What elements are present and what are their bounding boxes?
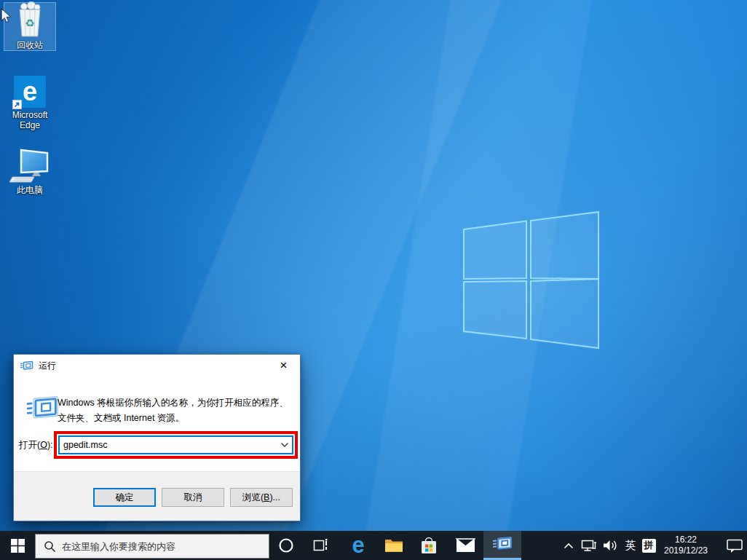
open-field-label: 打开(O): xyxy=(19,439,53,451)
description-line-1: Windows 将根据你所输入的名称，为你打开相应的程序、 xyxy=(58,395,294,411)
this-pc-icon xyxy=(4,148,55,183)
clock[interactable]: 16:22 2019/12/23 xyxy=(652,531,719,560)
speaker-icon xyxy=(602,539,618,552)
run-app-icon xyxy=(20,360,33,371)
desktop-icon-recycle-bin[interactable]: ♻ 回收站 xyxy=(4,3,55,50)
tray-chevron-up-button[interactable] xyxy=(560,531,577,560)
run-dialog-description: Windows 将根据你所输入的名称，为你打开相应的程序、 文件夹、文档或 In… xyxy=(58,395,294,426)
mail-button[interactable] xyxy=(449,531,481,560)
cancel-button[interactable]: 取消 xyxy=(162,488,224,507)
run-command-input[interactable] xyxy=(60,440,277,450)
start-button[interactable] xyxy=(0,531,35,560)
run-dialog-footer: 确定 取消 浏览(B)... xyxy=(14,471,300,521)
microsoft-store-button[interactable] xyxy=(413,531,445,560)
run-dialog-titlebar[interactable]: 运行 × xyxy=(14,355,300,376)
search-input[interactable] xyxy=(62,541,269,552)
task-view-button[interactable] xyxy=(305,531,337,560)
wallpaper-windows-logo-graphic xyxy=(437,197,619,364)
task-view-icon xyxy=(313,538,329,553)
edge-icon: e xyxy=(4,73,55,108)
shortcut-arrow-icon xyxy=(12,100,22,109)
run-taskbar-button-active[interactable] xyxy=(483,531,521,560)
run-dialog-title: 运行 xyxy=(39,360,56,372)
run-command-combobox[interactable] xyxy=(58,435,293,454)
desktop-icon-this-pc[interactable]: 此电脑 xyxy=(4,148,55,195)
search-icon xyxy=(44,540,56,553)
clock-time: 16:22 xyxy=(652,535,719,545)
chevron-up-icon xyxy=(564,543,574,549)
edge-taskbar-button[interactable]: e xyxy=(342,531,374,560)
file-explorer-button[interactable] xyxy=(378,531,410,560)
screen: ♻ 回收站 e Microsoft Edge xyxy=(0,0,747,560)
desktop-wallpaper: ♻ 回收站 e Microsoft Edge xyxy=(0,0,747,531)
ime-language-indicator[interactable]: 英 xyxy=(622,531,639,560)
cortana-button[interactable] xyxy=(270,531,302,560)
windows-logo-icon xyxy=(11,539,25,553)
browse-button[interactable]: 浏览(B)... xyxy=(230,488,293,507)
mail-icon xyxy=(456,538,475,553)
run-body-icon xyxy=(27,395,59,422)
file-explorer-icon xyxy=(384,537,403,553)
recycle-bin-icon: ♻ xyxy=(4,3,55,38)
cortana-icon xyxy=(278,537,294,553)
ok-button[interactable]: 确定 xyxy=(93,488,156,507)
desktop-icon-label: 此电脑 xyxy=(4,185,55,195)
chevron-down-icon[interactable] xyxy=(277,437,292,453)
microsoft-store-icon xyxy=(420,536,438,555)
volume-button[interactable] xyxy=(601,531,620,560)
taskbar-search-box[interactable] xyxy=(35,534,269,559)
desktop-icon-label: 回收站 xyxy=(4,40,55,50)
desktop-icon-microsoft-edge[interactable]: e Microsoft Edge xyxy=(4,73,55,130)
clock-date: 2019/12/23 xyxy=(652,545,719,556)
desktop-icon-label: Microsoft Edge xyxy=(4,110,55,130)
description-line-2: 文件夹、文档或 Internet 资源。 xyxy=(58,411,294,426)
svg-text:♻: ♻ xyxy=(25,17,34,29)
close-icon[interactable]: × xyxy=(267,355,300,376)
network-status-button[interactable] xyxy=(580,531,598,560)
edge-icon: e xyxy=(352,533,364,558)
run-dialog: 运行 × Windows 将根据你所输入的名称，为你打开相应的程序、 文件夹、文… xyxy=(13,354,301,521)
action-center-icon xyxy=(726,538,743,553)
run-app-icon xyxy=(493,536,513,553)
network-ethernet-icon xyxy=(581,539,597,552)
ime-language-label: 英 xyxy=(625,539,636,553)
action-center-button[interactable] xyxy=(724,531,746,560)
taskbar: e xyxy=(0,531,747,560)
